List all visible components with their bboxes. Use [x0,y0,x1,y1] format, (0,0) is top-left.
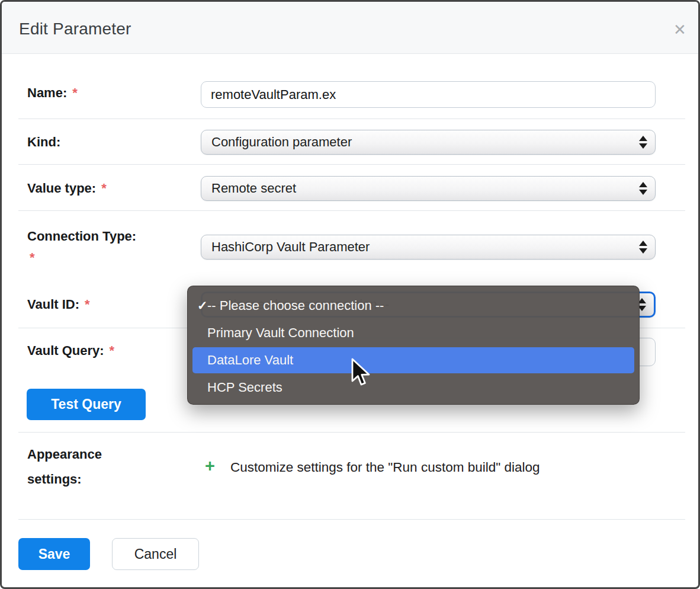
dropdown-option-please-choose[interactable]: ✓ -- Please choose connection -- [188,292,639,319]
kind-select[interactable]: Configuration parameter [201,130,656,155]
required-asterisk: * [101,181,107,196]
select-arrows-icon [639,136,647,149]
connection-type-select[interactable]: HashiCorp Vault Parameter [201,235,656,260]
dialog-header: Edit Parameter ✕ [2,2,698,54]
dropdown-option-primary-vault-connection[interactable]: Primary Vault Connection [188,319,639,347]
select-arrows-icon [639,241,647,254]
name-label: Name:* [27,85,78,101]
kind-select-value: Configuration parameter [211,135,352,150]
customize-settings-link[interactable]: Customize settings for the "Run custom b… [230,460,540,475]
row-divider [18,164,685,165]
plus-icon[interactable]: + [205,456,215,476]
dropdown-option-datalore-vault[interactable]: DataLore Vault [188,347,639,374]
edit-parameter-dialog: Edit Parameter ✕ Name:* Kind: Configurat… [0,0,700,589]
test-query-button[interactable]: Test Query [27,389,146,420]
value-type-select-value: Remote secret [211,181,296,196]
required-asterisk: * [110,343,115,358]
required-asterisk: * [85,297,90,312]
select-arrows-icon [639,182,647,195]
name-input[interactable] [201,81,656,108]
page-title: Edit Parameter [19,20,131,39]
cancel-button[interactable]: Cancel [112,538,199,570]
row-divider [18,210,685,211]
save-button[interactable]: Save [18,538,90,570]
close-icon[interactable]: ✕ [670,20,690,40]
value-type-select[interactable]: Remote secret [201,176,656,201]
required-asterisk: * [30,250,35,265]
row-divider [18,119,685,119]
row-divider [18,432,685,433]
check-icon: ✓ [188,299,207,313]
mouse-cursor [351,358,371,388]
required-asterisk: * [72,85,78,100]
connection-type-label: Connection Type: [27,229,136,244]
kind-label: Kind: [27,135,60,150]
vault-id-label: Vault ID:* [27,297,90,312]
vault-id-dropdown-menu: ✓ -- Please choose connection -- Primary… [187,286,640,405]
vault-query-label: Vault Query:* [27,343,114,358]
row-divider [18,519,685,520]
dropdown-option-hcp-secrets[interactable]: HCP Secrets [188,374,639,401]
appearance-settings-label: Appearance settings: [27,442,143,492]
value-type-label: Value type:* [27,181,107,196]
connection-type-select-value: HashiCorp Vault Parameter [211,239,370,255]
